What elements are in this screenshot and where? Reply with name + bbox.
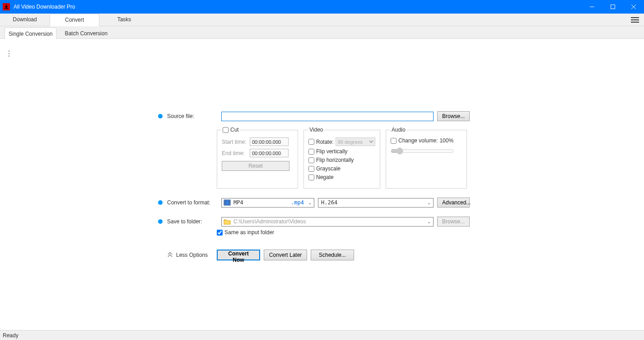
sub-tab-single[interactable]: Single Conversion <box>5 28 56 40</box>
advanced-button[interactable]: Advanced... <box>437 198 470 208</box>
rotate-label: Rotate: <box>316 139 334 145</box>
source-file-input[interactable] <box>221 112 434 121</box>
svg-rect-11 <box>229 200 230 201</box>
svg-rect-9 <box>224 203 225 203</box>
svg-rect-12 <box>229 202 230 202</box>
more-options-icon[interactable]: ⋮ <box>5 52 13 55</box>
sub-tabs: Single Conversion Batch Conversion <box>0 26 644 39</box>
minimize-button[interactable] <box>582 0 602 14</box>
reset-button[interactable]: Reset <box>222 161 289 171</box>
content-area: ⋮ Source file: Browse... Cut Start time: <box>0 39 644 330</box>
codec-name: H.264 <box>318 199 425 206</box>
rotate-select[interactable]: 90 degrees <box>336 137 375 146</box>
save-to-label: Save to folder: <box>167 218 221 225</box>
bullet-icon <box>158 114 163 118</box>
same-folder-label-wrap[interactable]: Same as input folder <box>217 229 274 236</box>
volume-checkbox[interactable] <box>391 138 397 144</box>
browse-folder-button[interactable]: Browse... <box>437 217 470 227</box>
flip-horizontal-checkbox[interactable] <box>308 157 314 163</box>
video-legend: Video <box>308 127 324 133</box>
save-path: C:\Users\Administrator\Videos <box>233 218 425 225</box>
cut-legend: Cut <box>230 127 239 133</box>
status-text: Ready <box>3 332 19 339</box>
flip-vertical-checkbox[interactable] <box>308 149 314 155</box>
close-button[interactable] <box>623 0 644 14</box>
same-folder-checkbox[interactable] <box>217 230 223 236</box>
volume-value: 100% <box>439 137 453 144</box>
convert-now-button[interactable]: Convert Now <box>217 250 260 260</box>
end-time-label: End time: <box>222 150 247 156</box>
chevron-down-icon: ⌄ <box>425 219 433 224</box>
grayscale-checkbox[interactable] <box>308 166 314 172</box>
convert-to-label: Convert to format: <box>167 199 221 206</box>
main-tabs: Download Convert Tasks <box>0 14 644 26</box>
maximize-button[interactable] <box>602 0 623 14</box>
cut-group: Cut Start time: End time: Reset <box>217 127 298 189</box>
sub-tab-batch[interactable]: Batch Conversion <box>61 28 111 39</box>
video-group: Video Rotate: 90 degrees Flip vertically… <box>303 127 380 189</box>
end-time-input[interactable] <box>250 149 289 157</box>
audio-legend: Audio <box>391 127 406 133</box>
flip-vertical-label: Flip vertically <box>316 148 347 155</box>
chevron-up-icon <box>167 252 173 258</box>
format-ext: .mp4 <box>291 199 306 206</box>
tab-download[interactable]: Download <box>0 13 50 26</box>
less-options-toggle[interactable]: Less Options <box>167 252 217 258</box>
tab-tasks[interactable]: Tasks <box>99 13 149 26</box>
status-bar: Ready <box>0 330 644 340</box>
bullet-icon <box>158 200 163 205</box>
svg-rect-7 <box>224 200 225 201</box>
codec-select[interactable]: H.264 ⌄ <box>318 198 434 208</box>
start-time-input[interactable] <box>250 137 289 146</box>
svg-rect-10 <box>224 204 225 205</box>
bullet-icon <box>158 219 163 224</box>
svg-rect-14 <box>229 204 230 205</box>
cut-checkbox[interactable] <box>223 127 229 133</box>
svg-rect-8 <box>224 202 225 202</box>
chevron-down-icon: ⌄ <box>306 200 314 205</box>
app-icon <box>3 3 10 10</box>
audio-group: Audio Change volume: 100% <box>386 127 467 189</box>
volume-label: Change volume: <box>398 137 438 144</box>
less-options-label: Less Options <box>176 252 208 258</box>
rotate-checkbox[interactable] <box>308 139 314 145</box>
format-select[interactable]: MP4 .mp4 ⌄ <box>221 198 314 208</box>
negate-checkbox[interactable] <box>308 175 314 180</box>
same-folder-label: Same as input folder <box>224 229 274 236</box>
browse-source-button[interactable]: Browse... <box>437 111 470 121</box>
chevron-down-icon: ⌄ <box>425 200 433 205</box>
window-title: All Video Downloader Pro <box>14 4 582 10</box>
film-icon <box>224 199 231 206</box>
svg-rect-1 <box>611 5 615 9</box>
volume-slider[interactable] <box>391 147 454 155</box>
grayscale-label: Grayscale <box>316 165 341 172</box>
format-name: MP4 <box>233 199 291 206</box>
titlebar: All Video Downloader Pro <box>0 0 644 14</box>
save-folder-select[interactable]: C:\Users\Administrator\Videos ⌄ <box>221 217 434 227</box>
menu-icon[interactable] <box>629 15 641 24</box>
svg-rect-13 <box>229 203 230 203</box>
folder-icon <box>224 218 231 225</box>
flip-horizontal-label: Flip horizontally <box>316 157 354 163</box>
negate-label: Negate <box>316 174 334 180</box>
convert-later-button[interactable]: Convert Later <box>264 250 307 260</box>
tab-convert[interactable]: Convert <box>50 14 99 26</box>
source-file-label: Source file: <box>167 113 221 119</box>
start-time-label: Start time: <box>222 139 247 145</box>
schedule-button[interactable]: Schedule... <box>311 250 354 260</box>
